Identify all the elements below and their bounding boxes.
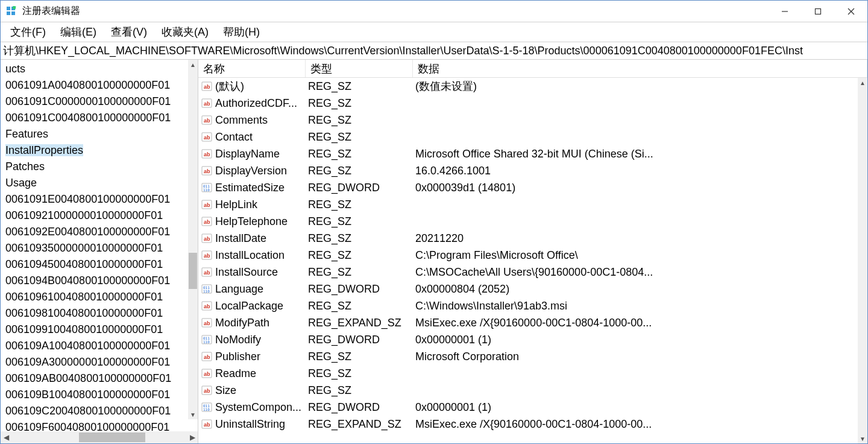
maximize-button[interactable] <box>801 1 834 22</box>
menubar: 文件(F) 编辑(E) 查看(V) 收藏夹(A) 帮助(H) <box>1 22 867 42</box>
string-value-icon: ab <box>201 199 213 210</box>
tree-vertical-scrollbar[interactable]: ▲ ▼ <box>188 60 198 419</box>
cell-data: Microsoft Office Shared 32-bit MUI (Chin… <box>413 148 858 160</box>
tree-item-label: InstallProperties <box>5 144 83 156</box>
tree-item[interactable]: 0061094B0040800100000000F01 <box>1 273 188 289</box>
tree-item[interactable]: 00610961004080010000000F01 <box>1 289 188 305</box>
cell-name: abComments <box>198 114 306 127</box>
address-bar[interactable]: 计算机\HKEY_LOCAL_MACHINE\SOFTWARE\Microsof… <box>1 42 867 60</box>
tree-item[interactable]: Usage <box>1 175 188 191</box>
tree-item[interactable]: 00610945004080010000000F01 <box>1 256 188 273</box>
tree-body[interactable]: ucts0061091A0040800100000000F010061091C0… <box>1 60 198 431</box>
menu-help[interactable]: 帮助(H) <box>219 24 263 40</box>
list-row[interactable]: abModifyPathREG_EXPAND_SZMsiExec.exe /X{… <box>198 314 858 331</box>
list-row[interactable]: 011110NoModifyREG_DWORD0x00000001 (1) <box>198 331 858 348</box>
column-header-type[interactable]: 类型 <box>306 60 413 77</box>
scroll-left-icon[interactable]: ◀ <box>1 431 11 443</box>
tree-item[interactable]: 006109A10040800100000000F01 <box>1 338 188 354</box>
list-row[interactable]: abUninstallStringREG_EXPAND_SZMsiExec.ex… <box>198 416 858 433</box>
tree-item-label: Features <box>5 128 48 140</box>
cell-type: REG_SZ <box>306 249 413 262</box>
menu-edit[interactable]: 编辑(E) <box>57 24 100 40</box>
list-row[interactable]: abLocalPackageREG_SZC:\Windows\Installer… <box>198 297 858 314</box>
tree-item-label: 0061094B0040800100000000F01 <box>5 274 170 287</box>
tree-horizontal-scrollbar[interactable]: ◀ ▶ <box>1 431 198 443</box>
value-name: DisplayVersion <box>215 165 287 177</box>
string-value-icon: ab <box>201 419 213 430</box>
value-name: Contact <box>215 131 253 144</box>
menu-file[interactable]: 文件(F) <box>7 24 49 40</box>
string-value-icon: ab <box>201 300 213 311</box>
list-row[interactable]: abReadmeREG_SZ <box>198 365 858 382</box>
list-row[interactable]: ab(默认)REG_SZ(数值未设置) <box>198 78 858 95</box>
tree-item-label: 0061091C0040800100000000F01 <box>5 112 171 124</box>
tree-item[interactable]: 00610991004080010000000F01 <box>1 322 188 338</box>
string-value-icon: ab <box>201 368 213 379</box>
list-row[interactable]: abAuthorizedCDF...REG_SZ <box>198 95 858 112</box>
tree-item[interactable]: 00610935000000010000000F01 <box>1 240 188 256</box>
list-vertical-scrollbar[interactable]: ▲ ▼ <box>858 78 867 443</box>
tree-item[interactable]: 0061091C0040800100000000F01 <box>1 110 188 126</box>
cell-name: abUninstallString <box>198 418 306 431</box>
list-row[interactable]: abInstallDateREG_SZ20211220 <box>198 230 858 247</box>
close-button[interactable] <box>834 1 867 22</box>
scroll-down-icon[interactable]: ▼ <box>858 434 867 443</box>
cell-name: abInstallSource <box>198 266 306 279</box>
list-row[interactable]: abHelpTelephoneREG_SZ <box>198 213 858 230</box>
tree-item[interactable]: 006109B10040800100000000F01 <box>1 387 188 403</box>
list-row[interactable]: abCommentsREG_SZ <box>198 112 858 128</box>
list-row[interactable]: abInstallSourceREG_SZC:\MSOCache\All Use… <box>198 264 858 281</box>
tree-item[interactable]: 0061091C0000000100000000F01 <box>1 94 188 110</box>
cell-data: C:\Program Files\Microsoft Office\ <box>413 249 858 262</box>
list-row[interactable]: abSizeREG_SZ <box>198 382 858 399</box>
list-row[interactable]: abDisplayNameREG_SZMicrosoft Office Shar… <box>198 145 858 162</box>
tree-item[interactable]: InstallProperties <box>1 142 188 159</box>
tree-item[interactable]: Patches <box>1 159 188 175</box>
cell-name: abPublisher <box>198 350 306 363</box>
tree-item[interactable]: 00610981004080010000000F01 <box>1 305 188 322</box>
scroll-up-icon[interactable]: ▲ <box>188 60 198 69</box>
scrollbar-thumb[interactable] <box>189 253 197 289</box>
list-row[interactable]: abDisplayVersionREG_SZ16.0.4266.1001 <box>198 162 858 179</box>
menu-view[interactable]: 查看(V) <box>107 24 151 40</box>
scroll-up-icon[interactable]: ▲ <box>858 78 867 87</box>
binary-value-icon: 011110 <box>201 402 213 413</box>
tree-item[interactable]: 0061091E0040800100000000F01 <box>1 191 188 208</box>
string-value-icon: ab <box>201 132 213 142</box>
list-row[interactable]: abInstallLocationREG_SZC:\Program Files\… <box>198 247 858 264</box>
tree-item[interactable]: Features <box>1 126 188 142</box>
list-row[interactable]: 011110LanguageREG_DWORD0x00000804 (2052) <box>198 281 858 297</box>
list-row[interactable]: 011110SystemCompon...REG_DWORD0x00000001… <box>198 399 858 416</box>
tree-item[interactable]: 006109F60040800100000000F01 <box>1 419 188 431</box>
scroll-right-icon[interactable]: ▶ <box>187 431 198 443</box>
value-name: Comments <box>215 114 268 127</box>
tree-item[interactable]: 0061091A0040800100000000F01 <box>1 77 188 94</box>
cell-name: abHelpLink <box>198 198 306 211</box>
scrollbar-thumb[interactable] <box>79 433 145 442</box>
column-header-name[interactable]: 名称 <box>198 60 306 77</box>
tree-item[interactable]: ucts <box>1 61 188 77</box>
value-name: NoModify <box>215 334 261 346</box>
tree-item-label: 00610921000000010000000F01 <box>5 209 163 221</box>
svg-rect-6 <box>815 8 820 14</box>
tree-item[interactable]: 006109AB0040800100000000F01 <box>1 370 188 387</box>
list-row[interactable]: abContactREG_SZ <box>198 128 858 145</box>
tree-item[interactable]: 00610921000000010000000F01 <box>1 208 188 224</box>
list-row[interactable]: abHelpLinkREG_SZ <box>198 196 858 213</box>
minimize-button[interactable] <box>768 1 801 22</box>
menu-favorites[interactable]: 收藏夹(A) <box>158 24 212 40</box>
tree-item[interactable]: 0061092E0040800100000000F01 <box>1 224 188 240</box>
tree-item-label: 00610945004080010000000F01 <box>5 258 163 270</box>
list-row[interactable]: abPublisherREG_SZMicrosoft Corporation <box>198 348 858 365</box>
cell-data: 0x00000001 (1) <box>413 334 858 346</box>
svg-text:ab: ab <box>204 320 210 326</box>
value-name: InstallLocation <box>215 249 285 262</box>
tree-item[interactable]: 006109A30000000100000000F01 <box>1 354 188 370</box>
cell-name: abContact <box>198 131 306 144</box>
column-header-data[interactable]: 数据 <box>413 60 867 77</box>
list-body[interactable]: ab(默认)REG_SZ(数值未设置)abAuthorizedCDF...REG… <box>198 78 867 443</box>
tree-item[interactable]: 006109C20040800100000000F01 <box>1 403 188 419</box>
list-row[interactable]: 011110EstimatedSizeREG_DWORD0x000039d1 (… <box>198 179 858 196</box>
scroll-down-icon[interactable]: ▼ <box>188 410 198 419</box>
cell-type: REG_SZ <box>306 350 413 363</box>
